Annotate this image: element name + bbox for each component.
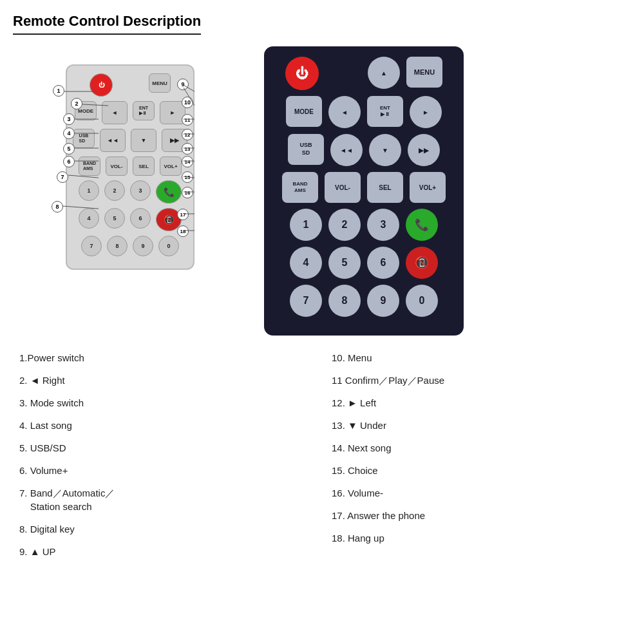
remote-btn-8[interactable]: 8 xyxy=(328,285,361,317)
remote-btn-up[interactable]: ▲ xyxy=(368,57,400,89)
callout-4: 4 xyxy=(63,128,75,139)
diag-btn-0[interactable]: 0 xyxy=(158,236,179,256)
desc-item-2: 2. ◄ Right xyxy=(19,374,312,387)
remote-btn-down[interactable]: ▼ xyxy=(369,134,401,166)
remote-btn-band[interactable]: BANDAMS xyxy=(282,172,318,203)
remote-btn-0[interactable]: 0 xyxy=(406,285,438,317)
diag-btn-answer[interactable]: 📞 xyxy=(156,180,182,204)
diag-btn-down-arrow[interactable]: ▼ xyxy=(131,129,156,152)
remote-btn-answer[interactable]: 📞 xyxy=(406,209,438,241)
remote-btn-ent[interactable]: ENT▶⏸ xyxy=(367,96,403,127)
remote-btn-3[interactable]: 3 xyxy=(367,209,399,241)
diagram-remote: ⏻ MENU MODE ◄ ENT▶⏸ ► USBSD ◄◄ ▼ ▶▶ BAND… xyxy=(66,64,194,270)
diag-btn-usbsd[interactable]: USBSD xyxy=(73,129,95,148)
desc-item-9: 9. ▲ UP xyxy=(19,545,312,558)
callout-7: 7 xyxy=(57,171,68,183)
page-title: Remote Control Description xyxy=(13,13,201,35)
remote-btn-9[interactable]: 9 xyxy=(367,285,399,317)
desc-item-15: 15. Choice xyxy=(332,464,625,477)
desc-item-18: 18. Hang up xyxy=(332,531,625,545)
remote-btn-power[interactable]: ⏻ xyxy=(285,57,319,90)
callout-18: 18 xyxy=(177,225,189,237)
diagram-section: ⏻ MENU MODE ◄ ENT▶⏸ ► USBSD ◄◄ ▼ ▶▶ BAND… xyxy=(13,46,251,323)
remote-btn-right[interactable]: ► xyxy=(410,96,442,128)
description-section: 1.Power switch 2. ◄ Right 3. Mode switch… xyxy=(13,351,631,567)
desc-item-7: 7. Band／Automatic／ Station search xyxy=(19,486,312,513)
callout-2: 2 xyxy=(71,98,82,109)
remote-btn-4[interactable]: 4 xyxy=(290,247,322,279)
remote-btn-7[interactable]: 7 xyxy=(290,285,322,317)
remote-btn-usbsd[interactable]: USBSD xyxy=(288,134,324,165)
diag-btn-menu[interactable]: MENU xyxy=(149,73,171,93)
diag-btn-4[interactable]: 4 xyxy=(79,208,99,229)
diag-btn-7[interactable]: 7 xyxy=(81,236,102,256)
remote-btn-6[interactable]: 6 xyxy=(367,247,399,279)
diag-btn-5[interactable]: 5 xyxy=(104,208,125,229)
remote-btn-1[interactable]: 1 xyxy=(290,209,322,241)
remote-btn-mode[interactable]: MODE xyxy=(286,96,322,127)
desc-item-10: 10. Menu xyxy=(332,351,625,365)
diag-btn-9[interactable]: 9 xyxy=(133,236,153,256)
desc-col-right: 10. Menu 11 Confirm／Play／Pause 12. ► Lef… xyxy=(332,351,625,567)
remote-btn-2[interactable]: 2 xyxy=(328,209,361,241)
callout-9: 9 xyxy=(177,79,189,90)
desc-col-left: 1.Power switch 2. ◄ Right 3. Mode switch… xyxy=(19,351,312,567)
remote-btn-sel[interactable]: SEL xyxy=(367,172,403,203)
diag-btn-volminus[interactable]: VOL- xyxy=(106,156,128,176)
diag-btn-6[interactable]: 6 xyxy=(130,208,151,229)
callout-3: 3 xyxy=(63,113,75,125)
diag-btn-ent[interactable]: ENT▶⏸ xyxy=(133,101,155,120)
remote-btn-volminus[interactable]: VOL- xyxy=(325,172,361,203)
desc-item-8: 8. Digital key xyxy=(19,522,312,536)
diag-btn-sel[interactable]: SEL xyxy=(133,156,155,176)
desc-item-4: 4. Last song xyxy=(19,419,312,432)
desc-item-14: 14. Next song xyxy=(332,441,625,455)
diag-btn-8[interactable]: 8 xyxy=(107,236,128,256)
diag-btn-band[interactable]: BANDAMS xyxy=(79,156,100,176)
desc-item-11: 11 Confirm／Play／Pause xyxy=(332,374,625,387)
diag-btn-2[interactable]: 2 xyxy=(104,180,125,201)
remote-btn-menu[interactable]: MENU xyxy=(406,57,442,88)
desc-item-12: 12. ► Left xyxy=(332,396,625,410)
diag-btn-power[interactable]: ⏻ xyxy=(90,73,113,97)
callout-16: 16 xyxy=(182,187,193,198)
callout-11: 11 xyxy=(182,114,193,126)
callout-10: 10 xyxy=(182,97,193,108)
diag-btn-3[interactable]: 3 xyxy=(130,180,151,201)
remote-btn-left[interactable]: ◄ xyxy=(328,96,361,128)
diag-btn-volplus[interactable]: VOL+ xyxy=(160,156,182,176)
desc-item-6: 6. Volume+ xyxy=(19,464,312,477)
desc-item-16: 16. Volume- xyxy=(332,486,625,500)
remote-btn-hangup[interactable]: 📵 xyxy=(406,247,438,279)
callout-14: 14 xyxy=(182,156,193,167)
remote-btn-5[interactable]: 5 xyxy=(328,247,361,279)
remote-btn-volplus[interactable]: VOL+ xyxy=(410,172,446,203)
callout-17: 17 xyxy=(177,209,189,220)
real-remote: ⏻ ▲ MENU MODE ◄ ENT▶⏸ ► USBSD ◄◄ ▼ ▶▶ BA… xyxy=(264,46,464,336)
desc-item-1: 1.Power switch xyxy=(19,351,312,365)
diag-btn-1[interactable]: 1 xyxy=(79,180,99,201)
callout-8: 8 xyxy=(52,201,63,213)
diag-btn-prev[interactable]: ◄◄ xyxy=(100,129,126,152)
desc-item-13: 13. ▼ Under xyxy=(332,419,625,432)
callout-15: 15 xyxy=(182,171,193,183)
callout-12: 12 xyxy=(182,129,193,140)
callout-6: 6 xyxy=(63,156,75,167)
callout-13: 13 xyxy=(182,143,193,155)
desc-item-5: 5. USB/SD xyxy=(19,441,312,455)
callout-1: 1 xyxy=(53,85,64,97)
remote-btn-nextsong[interactable]: ▶▶ xyxy=(408,134,440,166)
desc-item-3: 3. Mode switch xyxy=(19,396,312,410)
diag-btn-left-arrow[interactable]: ◄ xyxy=(102,101,128,124)
callout-5: 5 xyxy=(63,143,75,155)
remote-btn-prev[interactable]: ◄◄ xyxy=(330,134,363,166)
desc-item-17: 17. Answer the phone xyxy=(332,509,625,522)
